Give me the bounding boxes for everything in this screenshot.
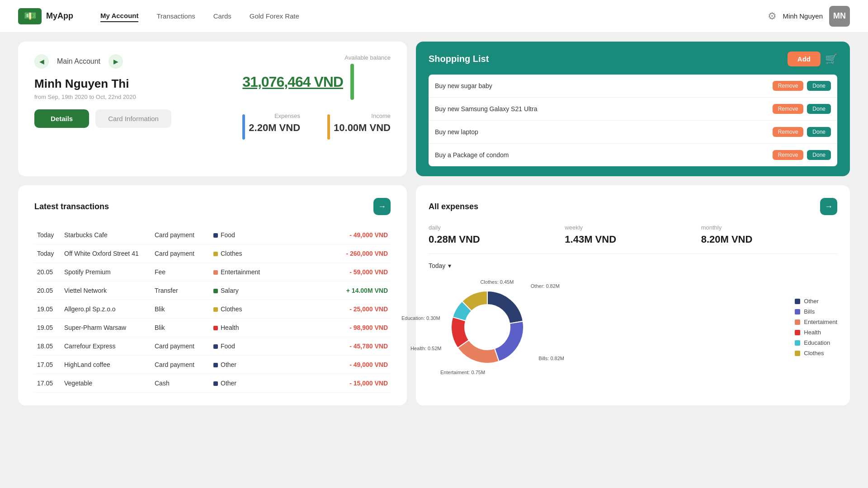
- tx-amount: - 15,000 VND: [269, 374, 391, 393]
- shopping-list-item: Buy new laptop Remove Done: [429, 121, 837, 144]
- tx-date: 19.05: [34, 319, 61, 337]
- card-info-button[interactable]: Card Information: [95, 109, 171, 128]
- tx-method: Blik: [152, 319, 211, 337]
- details-button[interactable]: Details: [34, 109, 89, 128]
- nav-gold-forex[interactable]: Gold Forex Rate: [250, 10, 299, 22]
- tx-method: Cash: [152, 374, 211, 393]
- add-shopping-button[interactable]: Add: [788, 52, 821, 66]
- nav-my-account[interactable]: My Account: [100, 10, 138, 22]
- shopping-item-actions: Remove Done: [773, 127, 831, 137]
- user-name: Minh Nguyen: [783, 12, 823, 20]
- shopping-item-actions: Remove Done: [773, 104, 831, 114]
- daily-stat: daily 0.28M VND: [429, 224, 565, 245]
- prev-account-button[interactable]: ◀: [34, 54, 49, 69]
- stats-row: Expenses 2.20M VND Income 10.00M VND: [242, 113, 391, 140]
- table-row: 19.05 Allgero.pl Sp.z.o.o Blik Clothes -…: [34, 300, 391, 319]
- income-bar: [327, 114, 330, 140]
- category-dot: [213, 289, 218, 293]
- legend-dot: [795, 299, 800, 304]
- settings-icon[interactable]: ⚙: [768, 10, 777, 22]
- daily-label: daily: [429, 224, 565, 231]
- shopping-card: Shopping List Add 🛒 Buy new sugar baby R…: [416, 42, 850, 176]
- shopping-icon: 🛒: [825, 53, 837, 65]
- legend-item: Health: [795, 329, 837, 336]
- legend-item: Entertaiment: [795, 319, 837, 325]
- tx-date: Today: [34, 226, 61, 244]
- category-dot: [213, 233, 218, 238]
- expenses-value: 2.20M VND: [249, 122, 300, 134]
- category-dot: [213, 381, 218, 386]
- period-selector[interactable]: Today ▾: [429, 262, 837, 269]
- remove-shopping-button[interactable]: Remove: [773, 127, 804, 137]
- tx-amount: - 59,000 VND: [269, 263, 391, 282]
- done-shopping-button[interactable]: Done: [807, 150, 831, 160]
- weekly-value: 1.43M VND: [565, 234, 701, 245]
- tx-method: Transfer: [152, 282, 211, 300]
- tx-method: Card payment: [152, 244, 211, 263]
- table-row: 18.05 Carrefour Express Card payment Foo…: [34, 337, 391, 356]
- chart-legend: Other Bills Entertaiment Health Educatio…: [795, 298, 837, 357]
- shopping-item-actions: Remove Done: [773, 150, 831, 160]
- nav-cards[interactable]: Cards: [213, 10, 231, 22]
- tx-merchant: Vegetable: [61, 374, 152, 393]
- donut-label-health: Health: 0.52M: [410, 346, 441, 351]
- main-content: ◀ Main Account ▶ Minh Nguyen Thi from Se…: [0, 33, 868, 414]
- tx-merchant: Off White Oxford Street 41: [61, 244, 152, 263]
- tx-date: 18.05: [34, 337, 61, 356]
- done-shopping-button[interactable]: Done: [807, 104, 831, 114]
- daily-value: 0.28M VND: [429, 234, 565, 245]
- expenses-arrow-button[interactable]: →: [820, 198, 837, 215]
- transactions-header: Latest transactions →: [34, 198, 391, 215]
- remove-shopping-button[interactable]: Remove: [773, 150, 804, 160]
- legend-label: Education: [804, 339, 830, 346]
- next-account-button[interactable]: ▶: [108, 54, 123, 69]
- shopping-list-item: Buy new sugar baby Remove Done: [429, 75, 837, 98]
- remove-shopping-button[interactable]: Remove: [773, 81, 804, 91]
- monthly-label: monthly: [701, 224, 837, 231]
- tx-category: Clothes: [211, 244, 269, 263]
- tx-category: Salary: [211, 282, 269, 300]
- table-row: 17.05 Vegetable Cash Other - 15,000 VND: [34, 374, 391, 393]
- category-dot: [213, 326, 218, 330]
- tx-amount: - 260,000 VND: [269, 244, 391, 263]
- transactions-scroll[interactable]: Today Starbucks Cafe Card payment Food -…: [34, 226, 391, 393]
- transactions-arrow-button[interactable]: →: [373, 198, 391, 215]
- shopping-title: Shopping List: [429, 54, 489, 64]
- balance-label: Available balance: [242, 54, 391, 61]
- legend-dot: [795, 340, 800, 346]
- income-stat: Income 10.00M VND: [327, 113, 391, 140]
- remove-shopping-button[interactable]: Remove: [773, 104, 804, 114]
- donut-label-entertainment: Entertaiment: 0.75M: [440, 370, 485, 375]
- tx-date: 17.05: [34, 356, 61, 374]
- tx-amount: + 14.00M VND: [269, 282, 391, 300]
- donut-label-bills: Bills: 0.82M: [538, 356, 564, 361]
- shopping-list: Buy new sugar baby Remove Done Buy new S…: [429, 75, 837, 166]
- tx-method: Card payment: [152, 226, 211, 244]
- tx-category: Clothes: [211, 300, 269, 319]
- done-shopping-button[interactable]: Done: [807, 81, 831, 91]
- tx-date: 19.05: [34, 300, 61, 319]
- header-right: ⚙ Minh Nguyen MN: [768, 6, 850, 27]
- table-row: 19.05 Super-Pharm Warsaw Blik Health - 9…: [34, 319, 391, 337]
- tx-amount: - 45,780 VND: [269, 337, 391, 356]
- shopping-list-item: Buy new Samsung Galaxy S21 Ultra Remove …: [429, 98, 837, 121]
- table-row: 20.05 Spotify Premium Fee Entertainment …: [34, 263, 391, 282]
- nav-transactions[interactable]: Transactions: [156, 10, 195, 22]
- chart-area: Clothes: 0.45M Other: 0.82M Education: 0…: [429, 277, 837, 377]
- tx-method: Card payment: [152, 356, 211, 374]
- balance-bar: [350, 64, 354, 100]
- done-shopping-button[interactable]: Done: [807, 127, 831, 137]
- weekly-label: weekly: [565, 224, 701, 231]
- category-dot: [213, 363, 218, 367]
- legend-label: Other: [804, 298, 819, 305]
- category-dot: [213, 307, 218, 312]
- tx-merchant: Carrefour Express: [61, 337, 152, 356]
- tx-amount: - 98,900 VND: [269, 319, 391, 337]
- tx-method: Blik: [152, 300, 211, 319]
- expenses-title: All expenses: [429, 202, 478, 211]
- tx-merchant: Spotify Premium: [61, 263, 152, 282]
- balance-section: Available balance 31,076,464 VND Expense…: [242, 54, 391, 140]
- balance-amount: 31,076,464 VND: [242, 74, 343, 90]
- tx-date: 20.05: [34, 282, 61, 300]
- donut-label-education: Education: 0.30M: [401, 315, 440, 321]
